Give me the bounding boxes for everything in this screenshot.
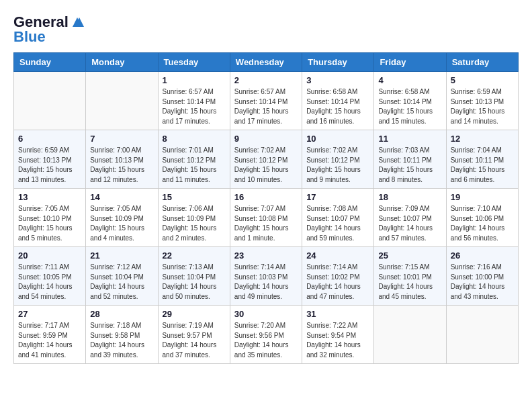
calendar-week-row: 27Sunrise: 7:17 AM Sunset: 9:59 PM Dayli… bbox=[14, 306, 519, 364]
day-number: 26 bbox=[451, 250, 514, 261]
day-info: Sunrise: 7:02 AM Sunset: 10:12 PM Daylig… bbox=[306, 146, 369, 185]
day-info: Sunrise: 6:58 AM Sunset: 10:14 PM Daylig… bbox=[306, 87, 369, 126]
day-number: 31 bbox=[306, 309, 369, 319]
calendar-day-cell: 16Sunrise: 7:07 AM Sunset: 10:08 PM Dayl… bbox=[230, 189, 302, 247]
day-number: 12 bbox=[451, 134, 514, 144]
day-number: 5 bbox=[451, 75, 514, 85]
day-number: 30 bbox=[234, 309, 298, 319]
weekday-header-monday: Monday bbox=[86, 53, 158, 72]
calendar-day-cell: 15Sunrise: 7:06 AM Sunset: 10:09 PM Dayl… bbox=[158, 189, 230, 247]
day-info: Sunrise: 7:02 AM Sunset: 10:12 PM Daylig… bbox=[234, 146, 298, 185]
calendar-day-cell: 18Sunrise: 7:09 AM Sunset: 10:07 PM Dayl… bbox=[374, 189, 446, 247]
logo-icon bbox=[70, 15, 85, 30]
day-number: 18 bbox=[378, 192, 441, 202]
calendar-day-cell: 7Sunrise: 7:00 AM Sunset: 10:13 PM Dayli… bbox=[86, 130, 158, 189]
day-info: Sunrise: 7:03 AM Sunset: 10:11 PM Daylig… bbox=[378, 146, 441, 185]
calendar-day-cell: 25Sunrise: 7:15 AM Sunset: 10:01 PM Dayl… bbox=[374, 247, 446, 306]
day-number: 29 bbox=[163, 309, 226, 319]
calendar-day-cell: 6Sunrise: 6:59 AM Sunset: 10:13 PM Dayli… bbox=[14, 130, 86, 189]
calendar-day-cell: 3Sunrise: 6:58 AM Sunset: 10:14 PM Dayli… bbox=[302, 72, 374, 130]
day-info: Sunrise: 7:01 AM Sunset: 10:12 PM Daylig… bbox=[163, 146, 226, 185]
day-info: Sunrise: 6:57 AM Sunset: 10:14 PM Daylig… bbox=[234, 87, 298, 126]
day-info: Sunrise: 7:11 AM Sunset: 10:05 PM Daylig… bbox=[18, 263, 81, 302]
weekday-header-saturday: Saturday bbox=[446, 53, 518, 72]
day-number: 6 bbox=[18, 134, 81, 144]
day-number: 24 bbox=[306, 250, 369, 261]
day-number: 16 bbox=[234, 192, 298, 202]
calendar-day-cell: 10Sunrise: 7:02 AM Sunset: 10:12 PM Dayl… bbox=[302, 130, 374, 189]
day-info: Sunrise: 7:00 AM Sunset: 10:13 PM Daylig… bbox=[90, 146, 153, 185]
calendar-day-cell: 31Sunrise: 7:22 AM Sunset: 9:54 PM Dayli… bbox=[302, 306, 374, 364]
day-info: Sunrise: 7:10 AM Sunset: 10:06 PM Daylig… bbox=[451, 204, 514, 243]
day-number: 28 bbox=[90, 309, 153, 319]
calendar-day-cell: 21Sunrise: 7:12 AM Sunset: 10:04 PM Dayl… bbox=[86, 247, 158, 306]
calendar-day-cell: 1Sunrise: 6:57 AM Sunset: 10:14 PM Dayli… bbox=[158, 72, 230, 130]
calendar-week-row: 1Sunrise: 6:57 AM Sunset: 10:14 PM Dayli… bbox=[14, 72, 519, 130]
weekday-header-row: SundayMondayTuesdayWednesdayThursdayFrid… bbox=[14, 53, 519, 72]
day-number: 23 bbox=[234, 250, 298, 261]
calendar-day-cell bbox=[446, 306, 518, 364]
day-info: Sunrise: 7:14 AM Sunset: 10:02 PM Daylig… bbox=[306, 263, 369, 302]
calendar-day-cell: 11Sunrise: 7:03 AM Sunset: 10:11 PM Dayl… bbox=[374, 130, 446, 189]
day-info: Sunrise: 7:19 AM Sunset: 9:57 PM Dayligh… bbox=[163, 321, 226, 360]
day-info: Sunrise: 7:08 AM Sunset: 10:07 PM Daylig… bbox=[306, 204, 369, 243]
day-info: Sunrise: 7:13 AM Sunset: 10:04 PM Daylig… bbox=[163, 263, 226, 302]
day-number: 2 bbox=[234, 75, 298, 85]
day-number: 3 bbox=[306, 75, 369, 85]
calendar-day-cell: 2Sunrise: 6:57 AM Sunset: 10:14 PM Dayli… bbox=[230, 72, 302, 130]
day-info: Sunrise: 6:59 AM Sunset: 10:13 PM Daylig… bbox=[451, 87, 514, 126]
calendar-day-cell: 5Sunrise: 6:59 AM Sunset: 10:13 PM Dayli… bbox=[446, 72, 518, 130]
calendar-day-cell: 22Sunrise: 7:13 AM Sunset: 10:04 PM Dayl… bbox=[158, 247, 230, 306]
day-number: 11 bbox=[378, 134, 441, 144]
weekday-header-sunday: Sunday bbox=[14, 53, 86, 72]
day-number: 9 bbox=[234, 134, 298, 144]
calendar-day-cell: 13Sunrise: 7:05 AM Sunset: 10:10 PM Dayl… bbox=[14, 189, 86, 247]
day-info: Sunrise: 6:58 AM Sunset: 10:14 PM Daylig… bbox=[378, 87, 441, 126]
day-number: 21 bbox=[90, 250, 153, 261]
day-number: 14 bbox=[90, 192, 153, 202]
day-info: Sunrise: 7:15 AM Sunset: 10:01 PM Daylig… bbox=[378, 263, 441, 302]
day-info: Sunrise: 7:16 AM Sunset: 10:00 PM Daylig… bbox=[451, 263, 514, 302]
day-number: 10 bbox=[306, 134, 369, 144]
calendar-week-row: 20Sunrise: 7:11 AM Sunset: 10:05 PM Dayl… bbox=[14, 247, 519, 306]
calendar-day-cell: 20Sunrise: 7:11 AM Sunset: 10:05 PM Dayl… bbox=[14, 247, 86, 306]
weekday-header-tuesday: Tuesday bbox=[158, 53, 230, 72]
day-info: Sunrise: 7:05 AM Sunset: 10:10 PM Daylig… bbox=[18, 204, 81, 243]
day-info: Sunrise: 7:07 AM Sunset: 10:08 PM Daylig… bbox=[234, 204, 298, 243]
calendar-table: SundayMondayTuesdayWednesdayThursdayFrid… bbox=[13, 52, 519, 364]
day-number: 25 bbox=[378, 250, 441, 261]
day-info: Sunrise: 7:14 AM Sunset: 10:03 PM Daylig… bbox=[234, 263, 298, 302]
day-info: Sunrise: 6:59 AM Sunset: 10:13 PM Daylig… bbox=[18, 146, 81, 185]
day-number: 13 bbox=[18, 192, 81, 202]
calendar-week-row: 6Sunrise: 6:59 AM Sunset: 10:13 PM Dayli… bbox=[14, 130, 519, 189]
day-number: 15 bbox=[163, 192, 226, 202]
day-info: Sunrise: 7:06 AM Sunset: 10:09 PM Daylig… bbox=[163, 204, 226, 243]
calendar-day-cell: 4Sunrise: 6:58 AM Sunset: 10:14 PM Dayli… bbox=[374, 72, 446, 130]
day-info: Sunrise: 7:04 AM Sunset: 10:11 PM Daylig… bbox=[451, 146, 514, 185]
calendar-day-cell: 24Sunrise: 7:14 AM Sunset: 10:02 PM Dayl… bbox=[302, 247, 374, 306]
day-number: 4 bbox=[378, 75, 441, 85]
calendar-day-cell: 28Sunrise: 7:18 AM Sunset: 9:58 PM Dayli… bbox=[86, 306, 158, 364]
day-info: Sunrise: 7:20 AM Sunset: 9:56 PM Dayligh… bbox=[234, 321, 298, 360]
calendar-day-cell bbox=[14, 72, 86, 130]
day-number: 17 bbox=[306, 192, 369, 202]
calendar-day-cell bbox=[374, 306, 446, 364]
calendar-day-cell: 19Sunrise: 7:10 AM Sunset: 10:06 PM Dayl… bbox=[446, 189, 518, 247]
day-info: Sunrise: 7:18 AM Sunset: 9:58 PM Dayligh… bbox=[90, 321, 153, 360]
page-header: General Blue bbox=[13, 13, 519, 46]
weekday-header-wednesday: Wednesday bbox=[230, 53, 302, 72]
day-info: Sunrise: 7:05 AM Sunset: 10:09 PM Daylig… bbox=[90, 204, 153, 243]
day-info: Sunrise: 7:12 AM Sunset: 10:04 PM Daylig… bbox=[90, 263, 153, 302]
calendar-day-cell bbox=[86, 72, 158, 130]
day-info: Sunrise: 7:17 AM Sunset: 9:59 PM Dayligh… bbox=[18, 321, 81, 360]
calendar-day-cell: 8Sunrise: 7:01 AM Sunset: 10:12 PM Dayli… bbox=[158, 130, 230, 189]
weekday-header-thursday: Thursday bbox=[302, 53, 374, 72]
calendar-day-cell: 27Sunrise: 7:17 AM Sunset: 9:59 PM Dayli… bbox=[14, 306, 86, 364]
calendar-day-cell: 26Sunrise: 7:16 AM Sunset: 10:00 PM Dayl… bbox=[446, 247, 518, 306]
calendar-day-cell: 23Sunrise: 7:14 AM Sunset: 10:03 PM Dayl… bbox=[230, 247, 302, 306]
day-number: 19 bbox=[451, 192, 514, 202]
weekday-header-friday: Friday bbox=[374, 53, 446, 72]
day-info: Sunrise: 7:22 AM Sunset: 9:54 PM Dayligh… bbox=[306, 321, 369, 360]
day-number: 1 bbox=[163, 75, 226, 85]
calendar-day-cell: 17Sunrise: 7:08 AM Sunset: 10:07 PM Dayl… bbox=[302, 189, 374, 247]
